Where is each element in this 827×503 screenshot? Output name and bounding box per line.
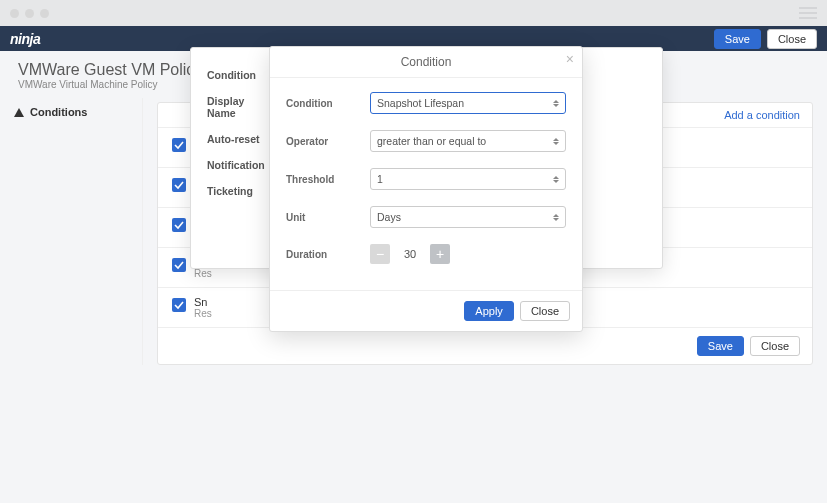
left-nav: Conditions bbox=[0, 98, 143, 365]
topbar-close-button[interactable]: Close bbox=[767, 29, 817, 49]
brand-logo: ninja bbox=[10, 31, 40, 47]
label-operator: Operator bbox=[286, 136, 370, 147]
operator-select[interactable]: greater than or equal to bbox=[370, 130, 566, 152]
checkbox-icon[interactable] bbox=[172, 258, 186, 272]
window-chrome bbox=[0, 0, 827, 26]
condition-select[interactable]: Snapshot Lifespan bbox=[370, 92, 566, 114]
unit-select[interactable]: Days bbox=[370, 206, 566, 228]
nav-conditions[interactable]: Conditions bbox=[14, 106, 128, 118]
duration-increment-button[interactable]: + bbox=[430, 244, 450, 264]
tab-notification[interactable]: Notification bbox=[207, 152, 261, 178]
condition-select-value: Snapshot Lifespan bbox=[377, 97, 464, 109]
chevron-updown-icon bbox=[553, 100, 559, 107]
unit-select-value: Days bbox=[377, 211, 401, 223]
checkbox-icon[interactable] bbox=[172, 138, 186, 152]
modal-close-button[interactable]: Close bbox=[520, 301, 570, 321]
tab-display-name[interactable]: Display Name bbox=[207, 88, 261, 126]
chevron-updown-icon bbox=[553, 176, 559, 183]
topbar-save-button[interactable]: Save bbox=[714, 29, 761, 49]
threshold-select[interactable]: 1 bbox=[370, 168, 566, 190]
chevron-updown-icon bbox=[553, 138, 559, 145]
chevron-updown-icon bbox=[553, 214, 559, 221]
threshold-select-value: 1 bbox=[377, 173, 383, 185]
label-unit: Unit bbox=[286, 212, 370, 223]
list-save-button[interactable]: Save bbox=[697, 336, 744, 356]
label-condition: Condition bbox=[286, 98, 370, 109]
duration-value: 30 bbox=[396, 248, 424, 260]
condition-modal: Condition × Condition Snapshot Lifespan … bbox=[269, 46, 583, 332]
warning-icon bbox=[14, 108, 24, 117]
modal-side-tabs: Condition Display Name Auto-reset Notifi… bbox=[191, 48, 271, 268]
tab-ticketing[interactable]: Ticketing bbox=[207, 178, 261, 204]
label-threshold: Threshold bbox=[286, 174, 370, 185]
condition-modal-title: Condition bbox=[401, 55, 452, 69]
tab-auto-reset[interactable]: Auto-reset bbox=[207, 126, 261, 152]
checkbox-icon[interactable] bbox=[172, 298, 186, 312]
nav-conditions-label: Conditions bbox=[30, 106, 87, 118]
list-close-button[interactable]: Close bbox=[750, 336, 800, 356]
apply-button[interactable]: Apply bbox=[464, 301, 514, 321]
checkbox-icon[interactable] bbox=[172, 218, 186, 232]
tab-condition[interactable]: Condition bbox=[207, 62, 261, 88]
operator-select-value: greater than or equal to bbox=[377, 135, 486, 147]
close-icon[interactable]: × bbox=[566, 52, 574, 66]
label-duration: Duration bbox=[286, 249, 370, 260]
hamburger-icon[interactable] bbox=[799, 7, 817, 19]
duration-decrement-button[interactable]: − bbox=[370, 244, 390, 264]
checkbox-icon[interactable] bbox=[172, 178, 186, 192]
condition-modal-header: Condition × bbox=[270, 47, 582, 78]
add-condition-link[interactable]: Add a condition bbox=[724, 109, 800, 121]
traffic-lights bbox=[10, 9, 49, 18]
